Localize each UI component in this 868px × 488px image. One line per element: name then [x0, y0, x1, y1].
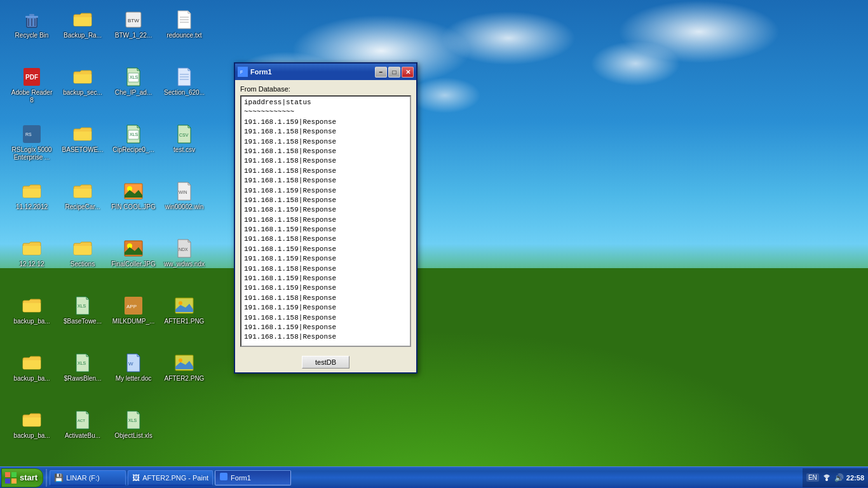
- desktop-icon-label: AFTER1.PNG: [165, 318, 205, 325]
- word-icon: W: [123, 353, 144, 373]
- window-footer: testDB: [235, 352, 416, 372]
- desktop-icon-rawsblen[interactable]: XLS $RawsBlen...: [57, 349, 108, 403]
- taskbar-item-linar[interactable]: 💾 LINAR (F:): [50, 470, 126, 485]
- png-icon: [174, 295, 194, 316]
- desktop-icon-finalcoller[interactable]: FinalColler.JPG: [108, 235, 159, 289]
- window-body: From Database: ipaddress|status~~~~~~~~~…: [235, 80, 416, 352]
- desktop-icon-backup-ra[interactable]: Backup_Ra...: [57, 6, 108, 60]
- desktop-icon-adobe[interactable]: PDF Adobe Reader 8: [6, 64, 57, 118]
- db-content-line: 191.168.1.158|Response: [244, 137, 407, 147]
- folder-icon-10: [22, 410, 42, 430]
- svg-point-37: [179, 358, 182, 362]
- desktop-icon-label: Adobe Reader 8: [10, 89, 54, 104]
- window-titlebar: F Form1 − □ ✕: [235, 64, 416, 80]
- desktop-icon-basetowe[interactable]: BASETOWE...: [57, 121, 108, 175]
- folder-icon-8: [22, 295, 42, 316]
- desktop-icon-activatebu[interactable]: ACT ActivateBu...: [57, 407, 108, 461]
- svg-rect-48: [5, 472, 10, 477]
- desktop-icon-fin-cool[interactable]: FIN COOL.JPG: [108, 178, 159, 232]
- desktop-icon-label: Section_620...: [164, 89, 205, 97]
- desktop-icon-label: Che_IP_ad...: [115, 89, 152, 97]
- close-button[interactable]: ✕: [402, 67, 414, 78]
- desktop-icon-label: $RawsBlen...: [64, 375, 102, 383]
- svg-rect-52: [220, 473, 227, 480]
- start-button[interactable]: start: [1, 468, 43, 487]
- db-content-line: 191.168.1.159|Response: [244, 283, 407, 293]
- folder-icon-5: [72, 181, 93, 201]
- db-content-line: 191.168.1.158|Response: [244, 294, 407, 303]
- db-content-line: 191.168.1.159|Response: [244, 118, 407, 127]
- svg-point-53: [825, 478, 828, 481]
- doc-icon: [174, 67, 194, 87]
- desktop-icon-my-letter[interactable]: W My letter.doc: [108, 349, 159, 403]
- taskbar-item-paint[interactable]: 🖼 AFTER2.PNG - Paint: [128, 470, 213, 485]
- taskbar-item-form1[interactable]: Form1: [215, 470, 291, 485]
- desktop-icon-label: FinalColler.JPG: [111, 261, 155, 268]
- rslogix-icon: RS: [22, 124, 42, 144]
- desktop-icon-label: backup_ba...: [13, 432, 50, 440]
- desktop-icon-label: CipRecipe0_...: [112, 146, 154, 154]
- db-content-line: 191.168.1.158|Response: [244, 147, 407, 156]
- db-content-line: 191.168.1.158|Response: [244, 156, 407, 166]
- svg-text:BTW: BTW: [128, 18, 139, 24]
- desktop-icon-label: win00002.win: [165, 203, 204, 211]
- desktop-icon-btw[interactable]: BTW BTW_1_22...: [108, 6, 159, 60]
- db-content-line: 191.168.1.158|Response: [244, 127, 407, 137]
- db-content-line: ipaddress|status: [244, 98, 407, 107]
- form1-icon: [219, 472, 228, 483]
- taskbar-item-label: Form1: [231, 474, 251, 482]
- desktop-icon-backup-ba2[interactable]: backup_ba...: [6, 349, 57, 403]
- maximize-button[interactable]: □: [388, 67, 400, 78]
- desktop-icon-after2[interactable]: AFTER2.PNG: [159, 349, 210, 403]
- desktop-icon-after1[interactable]: AFTER1.PNG: [159, 292, 210, 346]
- svg-text:APP: APP: [126, 304, 137, 309]
- taskbar-items: 💾 LINAR (F:) 🖼 AFTER2.PNG - Paint Form1: [50, 470, 803, 485]
- desktop-icon-recycle-bin[interactable]: Recycle Bin: [6, 6, 57, 60]
- network-icon: [822, 471, 832, 484]
- desktop-icon-backup-ba3[interactable]: backup_ba...: [6, 407, 57, 461]
- png-icon-2: [174, 353, 194, 373]
- desktop-icon-label: ObjectList.xls: [114, 432, 152, 440]
- activatebu-icon: ACT: [72, 410, 93, 430]
- desktop-icon-sections[interactable]: Sections: [57, 235, 108, 289]
- svg-text:WIN: WIN: [179, 190, 187, 194]
- db-content-line: 191.168.1.159|Response: [244, 274, 407, 283]
- desktop-icon-section-620[interactable]: Section_620...: [159, 64, 210, 118]
- db-content-line: 191.168.1.159|Response: [244, 245, 407, 254]
- desktop-icon-backup-sec[interactable]: backup_sec...: [57, 64, 108, 118]
- desktop-icon-backup-ba1[interactable]: backup_ba...: [6, 292, 57, 346]
- desktop-icon-recipecar[interactable]: RecipeCar...: [57, 178, 108, 232]
- desktop-icon-basetowei[interactable]: XLS $BaseTowe...: [57, 292, 108, 346]
- folder-icon-7: [72, 238, 93, 259]
- desktop-icon-label: ActivateBu...: [65, 432, 100, 440]
- desktop-icon-ciprecipe[interactable]: XLS CipRecipe0_...: [108, 121, 159, 175]
- folder-icon-2: [72, 67, 93, 87]
- desktop-icon-win00002[interactable]: WIN win00002.win: [159, 178, 210, 232]
- db-content-box[interactable]: ipaddress|status~~~~~~~~~~~~191.168.1.15…: [240, 95, 411, 347]
- excel-icon: XLS: [123, 67, 144, 87]
- desktop-icon-label: backup_sec...: [63, 89, 102, 97]
- taskbar: start 💾 LINAR (F:) 🖼 AFTER2.PNG - Paint …: [0, 466, 868, 488]
- desktop-icon-milkdump[interactable]: APP MILKDUMP_...: [108, 292, 159, 346]
- desktop-icon-objectlist[interactable]: XLS ObjectList.xls: [108, 407, 159, 461]
- minimize-button[interactable]: −: [375, 67, 387, 78]
- desktop-icon-ww-wdws[interactable]: NDX ww_wdws.ndx: [159, 235, 210, 289]
- folder-icon-6: [22, 238, 42, 259]
- system-tray: EN 🔊 22:58: [803, 468, 868, 487]
- desktop-icon-empty1: [159, 407, 210, 461]
- desktop-icon-rslogix[interactable]: RS RSLogix 5000 Enterprise ...: [6, 121, 57, 175]
- svg-text:CSV: CSV: [179, 133, 189, 137]
- svg-rect-51: [11, 478, 17, 484]
- db-content-line: 191.168.1.158|Response: [244, 166, 407, 176]
- paint-icon: 🖼: [132, 473, 140, 482]
- desktop-icon-test-csv[interactable]: CSV test.csv: [159, 121, 210, 175]
- testdb-button[interactable]: testDB: [302, 356, 349, 369]
- desktop-icon-label: test.csv: [173, 146, 195, 154]
- desktop-icon-12-12-12[interactable]: 12.12.12: [6, 235, 57, 289]
- svg-text:XLS: XLS: [78, 304, 86, 308]
- desktop-icon-redounce[interactable]: redounce.txt: [159, 6, 210, 60]
- desktop-icon-11-12-2012[interactable]: 11.12.2012: [6, 178, 57, 232]
- desktop-icon-che-ip[interactable]: XLS Che_IP_ad...: [108, 64, 159, 118]
- db-content-line: 191.168.1.158|Response: [244, 264, 407, 274]
- db-content-line: 191.168.1.159|Response: [244, 254, 407, 264]
